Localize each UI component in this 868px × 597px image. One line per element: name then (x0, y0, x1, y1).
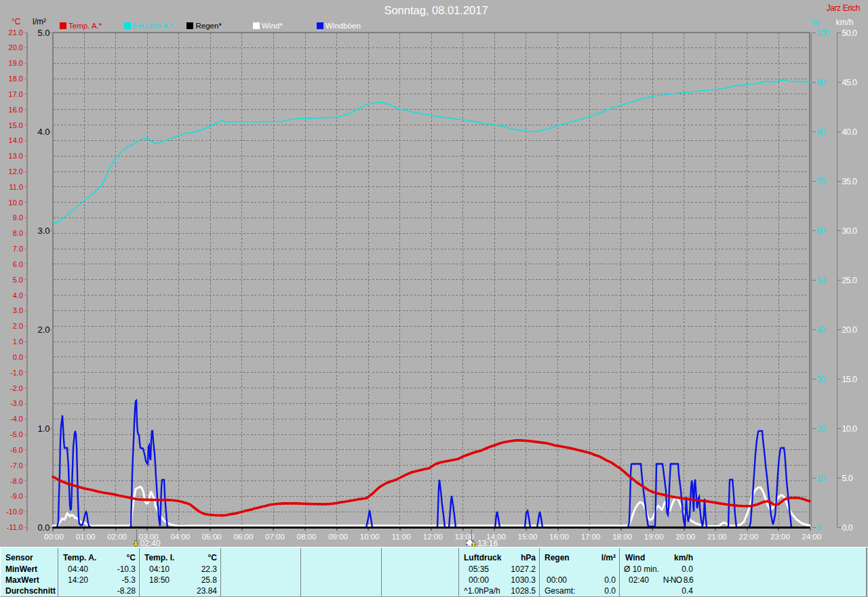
svg-text:90: 90 (816, 78, 825, 87)
svg-text:60: 60 (816, 226, 825, 236)
svg-text:0.0: 0.0 (37, 522, 50, 533)
svg-text:Sensor: Sensor (5, 553, 33, 562)
svg-text:09:00: 09:00 (328, 533, 348, 541)
svg-text:00:00: 00:00 (547, 575, 567, 585)
svg-text:Regen*: Regen* (196, 22, 222, 30)
svg-text:Regen: Regen (545, 553, 570, 562)
svg-text:MinWert: MinWert (5, 564, 37, 574)
svg-text:hPa: hPa (521, 553, 536, 562)
svg-text:Luftdruck: Luftdruck (464, 553, 502, 562)
svg-text:0.0: 0.0 (604, 586, 616, 596)
svg-text:Temp. A.: Temp. A. (63, 553, 96, 562)
svg-text:°C: °C (127, 553, 136, 562)
svg-text:4.0: 4.0 (13, 291, 23, 300)
svg-text:-10.3: -10.3 (117, 564, 136, 574)
svg-text:3.0: 3.0 (37, 226, 50, 236)
svg-text:50.0: 50.0 (842, 28, 858, 38)
svg-text:01:00: 01:00 (76, 533, 96, 541)
svg-text:°C: °C (12, 17, 21, 26)
svg-text:km/h: km/h (836, 18, 854, 27)
svg-text:20: 20 (816, 424, 825, 434)
svg-text:15.0: 15.0 (9, 121, 23, 129)
svg-text:13:16: 13:16 (477, 539, 498, 548)
svg-text:l/m²: l/m² (33, 17, 46, 26)
svg-text:MaxWert: MaxWert (5, 575, 39, 585)
svg-text:0.0: 0.0 (604, 575, 616, 585)
svg-text:Temp. I.: Temp. I. (144, 553, 174, 562)
svg-text:0.0: 0.0 (682, 564, 693, 574)
svg-text:15:00: 15:00 (518, 533, 538, 541)
svg-text:5.0: 5.0 (842, 474, 853, 483)
svg-text:Wind: Wind (625, 553, 645, 562)
svg-text:5.0: 5.0 (13, 276, 23, 284)
svg-text:12:00: 12:00 (423, 533, 443, 541)
svg-text:4.0: 4.0 (37, 127, 50, 137)
svg-text:1027.2: 1027.2 (511, 564, 536, 574)
svg-text:-3.0: -3.0 (10, 399, 23, 407)
svg-text:00:00: 00:00 (44, 533, 64, 541)
svg-text:23:00: 23:00 (770, 533, 790, 541)
svg-text:Durchschnitt: Durchschnitt (5, 586, 56, 596)
svg-text:1028.5: 1028.5 (511, 586, 536, 596)
svg-text:100: 100 (816, 28, 829, 38)
svg-text:Temp. A.*: Temp. A.* (68, 22, 102, 30)
svg-text:25.0: 25.0 (842, 276, 858, 285)
svg-text:-8.28: -8.28 (117, 586, 136, 596)
svg-text:30: 30 (816, 375, 825, 384)
svg-text:0.0: 0.0 (842, 523, 853, 533)
svg-text:Feuchte A.*: Feuchte A.* (133, 22, 174, 30)
svg-text:07:00: 07:00 (265, 533, 285, 541)
svg-text:13.0: 13.0 (9, 152, 23, 160)
svg-text:0.0: 0.0 (13, 353, 23, 361)
svg-text:5.0: 5.0 (37, 28, 50, 38)
svg-text:-11.0: -11.0 (7, 523, 23, 531)
svg-text:-7.0: -7.0 (10, 461, 23, 470)
svg-text:20:00: 20:00 (675, 533, 695, 541)
svg-text:Jarz Erich: Jarz Erich (827, 3, 860, 13)
svg-text:40: 40 (816, 325, 825, 335)
svg-text:9.0: 9.0 (13, 213, 23, 222)
svg-text:Sonntag, 08.01.2017: Sonntag, 08.01.2017 (384, 4, 488, 16)
svg-text:-8.0: -8.0 (10, 477, 23, 485)
svg-text:24:00: 24:00 (802, 533, 822, 541)
svg-text:18:00: 18:00 (612, 533, 632, 541)
svg-text:00:00: 00:00 (469, 575, 489, 585)
svg-text:8.0: 8.0 (13, 229, 23, 237)
svg-text:-10.0: -10.0 (6, 508, 23, 516)
svg-text:10: 10 (816, 474, 825, 483)
svg-text:0: 0 (816, 523, 821, 533)
svg-text:11.0: 11.0 (9, 183, 23, 191)
svg-text:15.0: 15.0 (842, 375, 858, 384)
svg-text:02:00: 02:00 (107, 533, 127, 541)
svg-text:Wind*: Wind* (262, 22, 283, 30)
svg-text:N-NO 8.6: N-NO 8.6 (663, 575, 694, 585)
svg-text:6.0: 6.0 (13, 260, 23, 268)
svg-text:18:50: 18:50 (149, 575, 170, 585)
svg-text:7.0: 7.0 (13, 245, 23, 253)
svg-text:22:00: 22:00 (739, 533, 759, 541)
svg-text:04:40: 04:40 (68, 564, 88, 574)
svg-text:3.0: 3.0 (13, 306, 23, 314)
svg-text:16.0: 16.0 (9, 106, 23, 114)
svg-text:04:00: 04:00 (170, 533, 190, 541)
svg-text:14:20: 14:20 (68, 575, 88, 585)
svg-text:Windböen: Windböen (326, 22, 361, 30)
svg-text:19.0: 19.0 (9, 59, 23, 67)
svg-text:25.8: 25.8 (201, 575, 218, 585)
svg-text:^1.0hPa/h: ^1.0hPa/h (464, 586, 500, 596)
svg-text:30.0: 30.0 (842, 226, 858, 236)
svg-text:1.0: 1.0 (13, 337, 23, 346)
svg-text:06:00: 06:00 (234, 533, 254, 541)
svg-text:35.0: 35.0 (842, 177, 858, 186)
svg-text:16:00: 16:00 (549, 533, 569, 541)
svg-text:0.4: 0.4 (682, 586, 693, 596)
svg-text:50: 50 (816, 276, 825, 285)
svg-text:20.0: 20.0 (9, 43, 23, 52)
svg-text:45.0: 45.0 (842, 78, 858, 87)
svg-text:14.0: 14.0 (9, 136, 23, 144)
svg-text:21:00: 21:00 (707, 533, 727, 541)
svg-text:04:10: 04:10 (149, 564, 170, 574)
svg-text:21.0: 21.0 (9, 28, 23, 37)
svg-text:05:00: 05:00 (202, 533, 222, 541)
svg-text:-2.0: -2.0 (10, 384, 23, 392)
